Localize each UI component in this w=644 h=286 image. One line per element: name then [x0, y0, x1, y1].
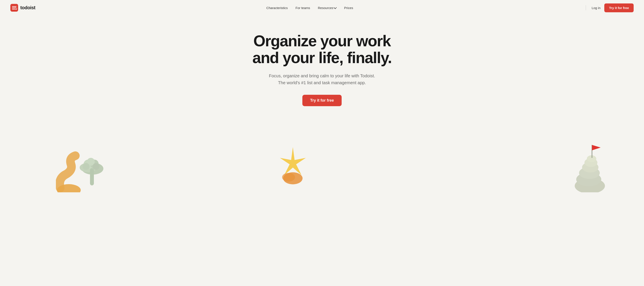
nav-right: Log in Try it for free [584, 3, 634, 12]
nav-for-teams[interactable]: For teams [292, 4, 313, 11]
brand-name: todoist [20, 5, 36, 10]
nav-characteristics[interactable]: Characteristics [263, 4, 291, 11]
center-left-decoration [271, 143, 314, 186]
nav-cta-button[interactable]: Try it for free [604, 3, 634, 12]
hero-illustration [5, 119, 639, 192]
hero-subheading: Focus, organize and bring calm to your l… [266, 72, 378, 86]
nav-prices[interactable]: Prices [341, 4, 356, 11]
navbar: todoist Characteristics For teams Resour… [0, 0, 644, 15]
svg-point-11 [282, 173, 295, 181]
svg-rect-4 [90, 168, 94, 185]
hero-headline: Organize your work and your life, finall… [252, 33, 392, 66]
hero-section: Organize your work and your life, finall… [0, 15, 644, 192]
svg-point-17 [587, 155, 596, 162]
left-decoration [56, 136, 116, 192]
nav-divider [586, 5, 586, 10]
resources-dropdown-icon [334, 6, 337, 9]
hero-cta-button[interactable]: Try it for free [302, 95, 342, 106]
login-link[interactable]: Log in [588, 4, 604, 11]
svg-point-8 [83, 163, 90, 170]
right-decoration [555, 130, 607, 192]
nav-links: Characteristics For teams Resources Pric… [263, 4, 356, 11]
logo[interactable]: todoist [10, 4, 36, 12]
nav-resources[interactable]: Resources [315, 4, 340, 11]
svg-point-9 [92, 163, 100, 170]
todoist-logo-icon [10, 4, 18, 12]
